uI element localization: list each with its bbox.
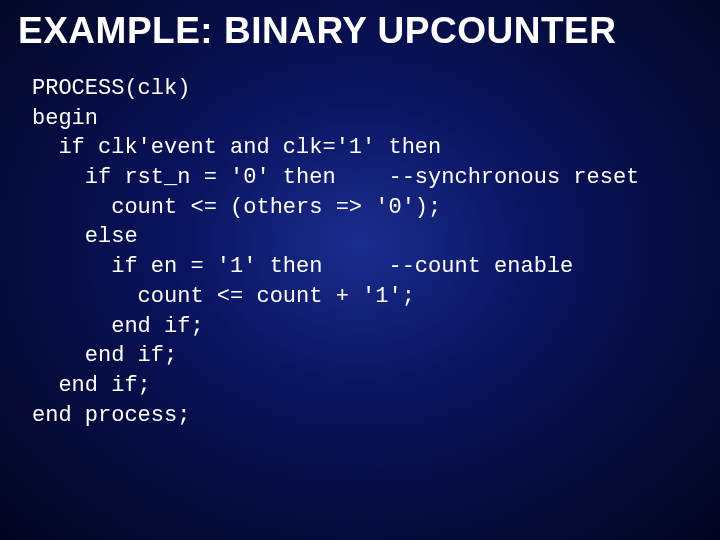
code-block: PROCESS(clk) begin if clk'event and clk=…	[18, 74, 702, 430]
slide-title: EXAMPLE: BINARY UPCOUNTER	[18, 10, 702, 52]
slide-container: EXAMPLE: BINARY UPCOUNTER PROCESS(clk) b…	[0, 0, 720, 540]
